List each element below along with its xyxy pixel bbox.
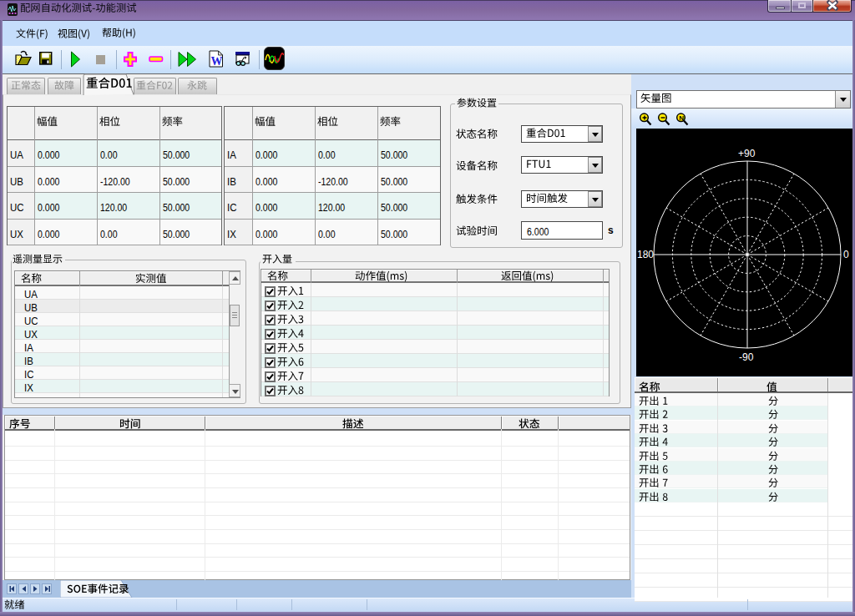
svg-text:W: W (211, 55, 223, 68)
svg-text:0: 0 (843, 249, 849, 260)
svg-text:+90: +90 (738, 148, 756, 159)
svg-text:N: N (679, 114, 684, 122)
svg-text:-90: -90 (739, 351, 754, 363)
svg-text:180: 180 (637, 249, 654, 260)
